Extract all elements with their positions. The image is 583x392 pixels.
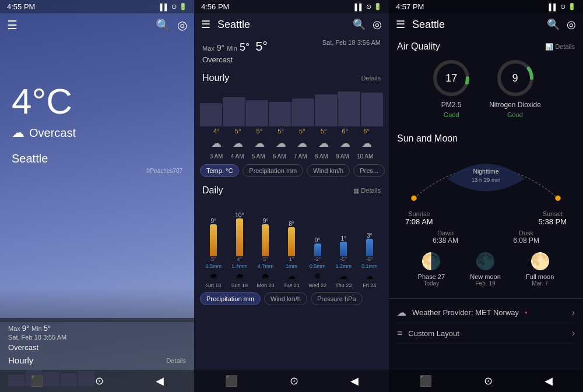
status-icons-2: ▌▌ ⊙ 🔋 — [354, 3, 382, 10]
search-icon-1[interactable]: 🔍 — [156, 18, 170, 32]
hourly-bar-1 — [223, 97, 245, 126]
nav-back-2[interactable]: ◀ — [350, 375, 359, 387]
daily-col-1: 10° 4° — [227, 198, 252, 262]
sun-info-row: Sunrise 7:08 AM Sunset 5:38 PM — [397, 208, 575, 228]
nav-home-2[interactable]: ⊙ — [290, 375, 298, 387]
hourly-bar-0 — [200, 103, 222, 126]
daily-col-4: 0° -2° — [305, 198, 330, 262]
nav-home-1[interactable]: ⊙ — [95, 375, 104, 387]
time-3: 4:57 PM — [396, 2, 424, 11]
bottom-pills-2: Precipitation mm Wind km/h Pressure hPa — [194, 289, 389, 309]
no2-gauge: 9 Nitrogen Dioxide Good — [489, 58, 541, 118]
top-right-icons-3: 🔍 ◎ — [547, 18, 576, 31]
top-right-icons-1: 🔍 ◎ — [156, 18, 187, 32]
wifi-icon-1: ⊙ — [171, 3, 177, 10]
aq-gauges: 17 PM2.5 Good 9 Nitrogen Dioxide Good — [397, 58, 575, 118]
nav-home-3[interactable]: ⊙ — [484, 375, 493, 387]
layout-setting-icon: ≡ — [397, 328, 402, 338]
top-bar-2: ☰ Seattle 🔍 ◎ — [194, 13, 389, 36]
daily-bar-0 — [210, 224, 217, 256]
hourly-bar-6 — [338, 91, 360, 126]
pill-wind[interactable]: Wind km/h — [307, 164, 350, 177]
nav-back-3[interactable]: ◀ — [545, 375, 553, 387]
aq-header: Air Quality 📊 Details — [397, 41, 575, 52]
attribution-1: ©Peaches707 — [12, 168, 182, 174]
bottom-pill-precip[interactable]: Precipitation mm — [200, 292, 261, 305]
hourly-bar-3 — [269, 102, 291, 126]
battery-icon-1: 🔋 — [179, 3, 187, 10]
location-icon-1[interactable]: ◎ — [177, 18, 187, 32]
daily-col-2: 9° 5° — [253, 198, 278, 262]
location-icon-2[interactable]: ◎ — [373, 18, 382, 31]
daily-bar-6 — [366, 239, 373, 256]
details-btn-1[interactable]: Details — [166, 357, 186, 364]
air-quality-section: Air Quality 📊 Details 17 PM2.5 Good — [389, 36, 583, 128]
condition-display-1: ☁ Overcast — [12, 125, 182, 140]
nav-bar-2: ⬛ ⊙ ◀ — [194, 370, 389, 392]
wifi-icon-3: ⊙ — [560, 3, 566, 10]
city-name-3: Seattle — [412, 19, 445, 31]
search-icon-2[interactable]: 🔍 — [353, 18, 366, 31]
maxmin-2: Max 9° Min 5° 5° — [202, 39, 268, 54]
panel-3: 4:57 PM ▌▌ ⊙ 🔋 ☰ Seattle 🔍 ◎ Air Quality… — [389, 0, 583, 392]
svg-point-6 — [411, 196, 417, 202]
menu-icon-1[interactable]: ☰ — [7, 18, 17, 32]
search-icon-3[interactable]: 🔍 — [547, 18, 560, 31]
city-name-1: Seattle — [12, 152, 182, 165]
signal-icon-2: ▌▌ — [354, 3, 364, 10]
daily-col-5: 1° -5° — [331, 198, 356, 262]
nav-bar-1: ⬛ ⊙ ◀ — [0, 370, 194, 392]
maxmin-1: Max 9° Min 5° — [8, 324, 186, 333]
nav-square-3[interactable]: ⬛ — [419, 375, 432, 387]
overcast-1: Overcast — [8, 343, 186, 352]
moon-phases: 🌗 Phase 27 Today 🌑 New moon Feb. 19 🌕 Fu… — [397, 246, 575, 292]
top-right-icons-2: 🔍 ◎ — [353, 18, 382, 31]
daily-names-row: Sat 18 Sun 19 Mon 20 Tue 21 Wed 22 Thu 2… — [200, 282, 383, 289]
city-name-2: Seattle — [217, 19, 250, 31]
custom-layout-row[interactable]: ≡ Custom Layout › — [397, 323, 575, 344]
pill-pres[interactable]: Pres... — [353, 164, 385, 177]
status-bar-2: 4:56 PM ▌▌ ⊙ 🔋 — [194, 0, 389, 13]
provider-dot: ● — [525, 310, 528, 315]
daily-section-header-2: Daily ▦ Details — [194, 181, 389, 198]
nav-bar-3: ⬛ ⊙ ◀ — [389, 370, 583, 392]
wifi-icon-2: ⊙ — [366, 3, 371, 10]
svg-point-7 — [555, 196, 561, 202]
daily-bar-5 — [340, 242, 347, 256]
bottom-pill-pressure[interactable]: Pressure hPa — [311, 292, 363, 305]
no2-circle: 9 — [495, 58, 536, 98]
hourly-icons-row-2: ☁ ☁ ☁ ☁ ☁ ☁ ☁ ☁ — [200, 135, 383, 152]
weather-provider-row[interactable]: ☁ Weather Provider: MET Norway ● › — [397, 302, 575, 323]
dawn-item: Dawn 6:38 AM — [433, 229, 458, 245]
pill-temp[interactable]: Temp. °C — [200, 164, 239, 177]
hourly-bar-7 — [361, 93, 383, 126]
hourly-bars-2 — [200, 86, 383, 126]
sun-arc: Nighttime 13 h 29 min — [403, 150, 569, 208]
daily-details-btn-2[interactable]: ▦ Details — [353, 187, 381, 195]
pill-precip[interactable]: Precipitation mm — [243, 164, 303, 177]
panel-2: 4:56 PM ▌▌ ⊙ 🔋 ☰ Seattle 🔍 ◎ Max 9° Min … — [194, 0, 389, 392]
hourly-row-1: Hourly Details — [8, 355, 186, 365]
status-icons-3: ▌▌ ⊙ 🔋 — [549, 3, 576, 10]
status-bar-1: 4:55 PM ▌▌ ⊙ 🔋 — [0, 0, 194, 13]
moon-phase-3: 🌕 Full moon Mar. 7 — [526, 252, 554, 287]
hourly-times-2: 3 AM 4 AM 5 AM 6 AM 7 AM 8 AM 9 AM 10 AM — [200, 152, 383, 161]
dusk-item: Dusk 6:08 PM — [513, 229, 539, 245]
time-1: 4:55 PM — [7, 2, 35, 11]
nav-square-1[interactable]: ⬛ — [30, 375, 43, 387]
nav-back-1[interactable]: ◀ — [156, 375, 164, 387]
menu-icon-3[interactable]: ☰ — [396, 18, 405, 31]
aq-details-btn[interactable]: 📊 Details — [545, 43, 575, 51]
menu-icon-2[interactable]: ☰ — [201, 18, 210, 31]
hourly-chart-2: 4° 5° 5° 5° 5° 5° 6° 6° ☁ ☁ ☁ ☁ ☁ ☁ ☁ ☁ … — [194, 86, 389, 161]
date-1: Sat, Feb 18 3:55 AM — [8, 334, 186, 341]
weather-header-2: Max 9° Min 5° 5° Sat, Feb 18 3:56 AM Ove… — [194, 36, 389, 68]
daily-col-3: 8° 1° — [279, 198, 304, 262]
provider-arrow: › — [572, 308, 575, 318]
daily-bar-4 — [314, 243, 321, 256]
nav-square-2[interactable]: ⬛ — [225, 375, 238, 387]
hourly-details-btn-2[interactable]: Details — [361, 75, 381, 82]
wed-22-label: Wed 22 — [305, 282, 330, 288]
location-icon-3[interactable]: ◎ — [567, 18, 576, 31]
bottom-pill-wind[interactable]: Wind km/h — [264, 292, 307, 305]
